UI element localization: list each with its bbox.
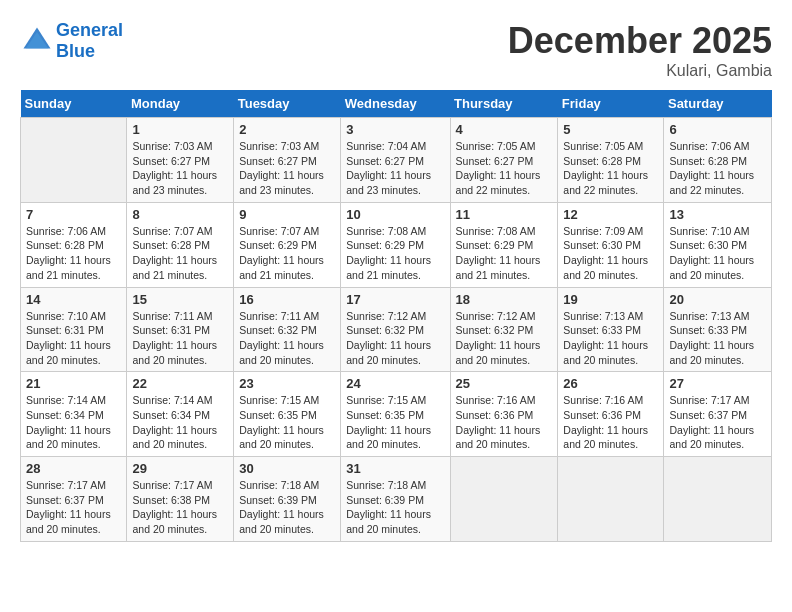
calendar-cell: 15 Sunrise: 7:11 AMSunset: 6:31 PMDaylig… [127, 287, 234, 372]
calendar-cell [558, 457, 664, 542]
calendar-cell: 14 Sunrise: 7:10 AMSunset: 6:31 PMDaylig… [21, 287, 127, 372]
logo: General Blue [20, 20, 123, 61]
day-number: 8 [132, 207, 228, 222]
header-row: SundayMondayTuesdayWednesdayThursdayFrid… [21, 90, 772, 118]
calendar-title: December 2025 [508, 20, 772, 62]
calendar-cell: 27 Sunrise: 7:17 AMSunset: 6:37 PMDaylig… [664, 372, 772, 457]
day-info: Sunrise: 7:09 AMSunset: 6:30 PMDaylight:… [563, 224, 658, 283]
page-header: General Blue December 2025 Kulari, Gambi… [20, 20, 772, 80]
day-info: Sunrise: 7:06 AMSunset: 6:28 PMDaylight:… [669, 139, 766, 198]
day-number: 12 [563, 207, 658, 222]
day-number: 1 [132, 122, 228, 137]
week-row-0: 1 Sunrise: 7:03 AMSunset: 6:27 PMDayligh… [21, 118, 772, 203]
day-info: Sunrise: 7:08 AMSunset: 6:29 PMDaylight:… [346, 224, 444, 283]
day-number: 5 [563, 122, 658, 137]
calendar-cell: 8 Sunrise: 7:07 AMSunset: 6:28 PMDayligh… [127, 202, 234, 287]
calendar-cell: 9 Sunrise: 7:07 AMSunset: 6:29 PMDayligh… [234, 202, 341, 287]
calendar-cell: 19 Sunrise: 7:13 AMSunset: 6:33 PMDaylig… [558, 287, 664, 372]
day-number: 29 [132, 461, 228, 476]
day-number: 16 [239, 292, 335, 307]
day-number: 24 [346, 376, 444, 391]
calendar-cell: 4 Sunrise: 7:05 AMSunset: 6:27 PMDayligh… [450, 118, 558, 203]
day-number: 27 [669, 376, 766, 391]
day-number: 9 [239, 207, 335, 222]
calendar-subtitle: Kulari, Gambia [508, 62, 772, 80]
calendar-cell: 11 Sunrise: 7:08 AMSunset: 6:29 PMDaylig… [450, 202, 558, 287]
day-number: 17 [346, 292, 444, 307]
day-number: 23 [239, 376, 335, 391]
header-monday: Monday [127, 90, 234, 118]
day-info: Sunrise: 7:18 AMSunset: 6:39 PMDaylight:… [239, 478, 335, 537]
day-number: 20 [669, 292, 766, 307]
calendar-cell [450, 457, 558, 542]
day-number: 11 [456, 207, 553, 222]
day-info: Sunrise: 7:17 AMSunset: 6:38 PMDaylight:… [132, 478, 228, 537]
day-number: 18 [456, 292, 553, 307]
calendar-cell: 28 Sunrise: 7:17 AMSunset: 6:37 PMDaylig… [21, 457, 127, 542]
day-number: 15 [132, 292, 228, 307]
day-number: 6 [669, 122, 766, 137]
calendar-cell: 5 Sunrise: 7:05 AMSunset: 6:28 PMDayligh… [558, 118, 664, 203]
day-info: Sunrise: 7:16 AMSunset: 6:36 PMDaylight:… [456, 393, 553, 452]
calendar-cell: 24 Sunrise: 7:15 AMSunset: 6:35 PMDaylig… [341, 372, 450, 457]
calendar-cell: 30 Sunrise: 7:18 AMSunset: 6:39 PMDaylig… [234, 457, 341, 542]
day-number: 13 [669, 207, 766, 222]
day-info: Sunrise: 7:16 AMSunset: 6:36 PMDaylight:… [563, 393, 658, 452]
header-thursday: Thursday [450, 90, 558, 118]
day-info: Sunrise: 7:10 AMSunset: 6:31 PMDaylight:… [26, 309, 121, 368]
calendar-cell: 22 Sunrise: 7:14 AMSunset: 6:34 PMDaylig… [127, 372, 234, 457]
day-info: Sunrise: 7:17 AMSunset: 6:37 PMDaylight:… [26, 478, 121, 537]
day-number: 26 [563, 376, 658, 391]
calendar-cell: 23 Sunrise: 7:15 AMSunset: 6:35 PMDaylig… [234, 372, 341, 457]
day-info: Sunrise: 7:15 AMSunset: 6:35 PMDaylight:… [239, 393, 335, 452]
calendar-cell: 16 Sunrise: 7:11 AMSunset: 6:32 PMDaylig… [234, 287, 341, 372]
day-number: 2 [239, 122, 335, 137]
day-number: 25 [456, 376, 553, 391]
week-row-4: 28 Sunrise: 7:17 AMSunset: 6:37 PMDaylig… [21, 457, 772, 542]
day-info: Sunrise: 7:08 AMSunset: 6:29 PMDaylight:… [456, 224, 553, 283]
calendar-cell: 17 Sunrise: 7:12 AMSunset: 6:32 PMDaylig… [341, 287, 450, 372]
day-info: Sunrise: 7:03 AMSunset: 6:27 PMDaylight:… [239, 139, 335, 198]
calendar-cell: 25 Sunrise: 7:16 AMSunset: 6:36 PMDaylig… [450, 372, 558, 457]
calendar-cell: 3 Sunrise: 7:04 AMSunset: 6:27 PMDayligh… [341, 118, 450, 203]
calendar-cell [664, 457, 772, 542]
day-number: 31 [346, 461, 444, 476]
header-tuesday: Tuesday [234, 90, 341, 118]
calendar-cell [21, 118, 127, 203]
calendar-table: SundayMondayTuesdayWednesdayThursdayFrid… [20, 90, 772, 542]
header-sunday: Sunday [21, 90, 127, 118]
day-number: 14 [26, 292, 121, 307]
calendar-cell: 10 Sunrise: 7:08 AMSunset: 6:29 PMDaylig… [341, 202, 450, 287]
calendar-cell: 31 Sunrise: 7:18 AMSunset: 6:39 PMDaylig… [341, 457, 450, 542]
title-block: December 2025 Kulari, Gambia [508, 20, 772, 80]
header-friday: Friday [558, 90, 664, 118]
day-info: Sunrise: 7:12 AMSunset: 6:32 PMDaylight:… [346, 309, 444, 368]
calendar-cell: 26 Sunrise: 7:16 AMSunset: 6:36 PMDaylig… [558, 372, 664, 457]
calendar-cell: 6 Sunrise: 7:06 AMSunset: 6:28 PMDayligh… [664, 118, 772, 203]
calendar-cell: 20 Sunrise: 7:13 AMSunset: 6:33 PMDaylig… [664, 287, 772, 372]
day-number: 4 [456, 122, 553, 137]
day-info: Sunrise: 7:12 AMSunset: 6:32 PMDaylight:… [456, 309, 553, 368]
day-info: Sunrise: 7:11 AMSunset: 6:32 PMDaylight:… [239, 309, 335, 368]
day-info: Sunrise: 7:07 AMSunset: 6:29 PMDaylight:… [239, 224, 335, 283]
calendar-cell: 1 Sunrise: 7:03 AMSunset: 6:27 PMDayligh… [127, 118, 234, 203]
day-info: Sunrise: 7:04 AMSunset: 6:27 PMDaylight:… [346, 139, 444, 198]
day-number: 28 [26, 461, 121, 476]
day-info: Sunrise: 7:13 AMSunset: 6:33 PMDaylight:… [563, 309, 658, 368]
day-info: Sunrise: 7:03 AMSunset: 6:27 PMDaylight:… [132, 139, 228, 198]
day-number: 7 [26, 207, 121, 222]
week-row-3: 21 Sunrise: 7:14 AMSunset: 6:34 PMDaylig… [21, 372, 772, 457]
day-info: Sunrise: 7:11 AMSunset: 6:31 PMDaylight:… [132, 309, 228, 368]
day-info: Sunrise: 7:18 AMSunset: 6:39 PMDaylight:… [346, 478, 444, 537]
day-number: 3 [346, 122, 444, 137]
day-info: Sunrise: 7:10 AMSunset: 6:30 PMDaylight:… [669, 224, 766, 283]
calendar-cell: 7 Sunrise: 7:06 AMSunset: 6:28 PMDayligh… [21, 202, 127, 287]
day-info: Sunrise: 7:07 AMSunset: 6:28 PMDaylight:… [132, 224, 228, 283]
calendar-cell: 2 Sunrise: 7:03 AMSunset: 6:27 PMDayligh… [234, 118, 341, 203]
calendar-cell: 13 Sunrise: 7:10 AMSunset: 6:30 PMDaylig… [664, 202, 772, 287]
day-info: Sunrise: 7:17 AMSunset: 6:37 PMDaylight:… [669, 393, 766, 452]
day-info: Sunrise: 7:06 AMSunset: 6:28 PMDaylight:… [26, 224, 121, 283]
day-number: 30 [239, 461, 335, 476]
calendar-cell: 12 Sunrise: 7:09 AMSunset: 6:30 PMDaylig… [558, 202, 664, 287]
day-number: 21 [26, 376, 121, 391]
